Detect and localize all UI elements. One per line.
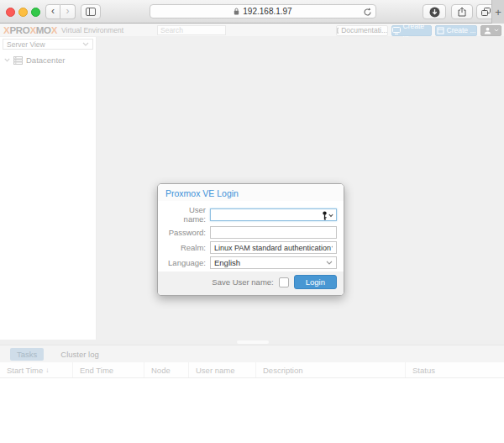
- create-ct-button[interactable]: Create ...: [435, 25, 477, 36]
- share-button[interactable]: [451, 4, 473, 19]
- login-dialog-footer: Save User name: Login: [158, 272, 344, 295]
- traffic-light-zoom[interactable]: [31, 8, 40, 17]
- splitter-handle-icon: [237, 340, 269, 344]
- realm-value: Linux PAM standard authentication: [214, 244, 331, 252]
- new-tab-button[interactable]: +: [491, 0, 504, 24]
- book-icon: [337, 27, 339, 34]
- column-header-start-time[interactable]: Start Time ↓: [0, 362, 73, 377]
- password-input[interactable]: [214, 227, 333, 238]
- login-button[interactable]: Login: [294, 275, 337, 289]
- search-input[interactable]: [157, 25, 226, 35]
- tab-cluster-log[interactable]: Cluster log: [54, 348, 105, 361]
- save-username-checkbox[interactable]: [279, 277, 289, 287]
- view-mode-label: Server View: [7, 40, 45, 49]
- chevron-down-icon: [328, 214, 333, 218]
- proxmox-logo: XPROXMOX: [3, 25, 57, 35]
- tabs-icon: [481, 8, 491, 16]
- realm-select[interactable]: Linux PAM standard authentication: [210, 241, 337, 254]
- url-text: 192.168.1.97: [243, 7, 291, 16]
- sidebar-toggle-button[interactable]: [81, 4, 101, 19]
- documentation-button[interactable]: Documentati...: [336, 25, 388, 36]
- chevron-down-icon: [82, 42, 89, 46]
- resource-tree-sidebar: Server View Datacenter: [0, 37, 97, 340]
- column-header-node[interactable]: Node: [144, 362, 189, 377]
- column-header-description[interactable]: Description: [256, 362, 406, 377]
- password-field-wrap: [210, 226, 337, 239]
- create-ct-label: Create ...: [447, 26, 476, 34]
- sidebar-icon: [86, 8, 96, 16]
- language-label: Language:: [165, 258, 210, 267]
- datacenter-icon: [13, 56, 23, 65]
- key-icon: [322, 211, 328, 220]
- sort-desc-icon: ↓: [45, 367, 49, 374]
- view-mode-select[interactable]: Server View: [3, 39, 93, 50]
- create-vm-label: Create ...: [403, 22, 431, 39]
- realm-label: Realm:: [165, 243, 210, 252]
- history-nav-group: ‹ ›: [45, 4, 76, 19]
- create-vm-button[interactable]: Create ...: [391, 25, 432, 36]
- log-panel-tabbar: Tasks Cluster log: [0, 345, 504, 362]
- back-button[interactable]: ‹: [45, 4, 60, 19]
- tree-item-datacenter[interactable]: Datacenter: [0, 55, 96, 65]
- traffic-light-minimize[interactable]: [18, 8, 28, 17]
- column-header-user-name[interactable]: User name: [189, 362, 256, 377]
- plus-icon: +: [495, 6, 501, 18]
- tree-item-label: Datacenter: [26, 55, 65, 65]
- login-form: User name: Password: Realm: Linux PAM st…: [158, 201, 344, 269]
- language-select[interactable]: English: [210, 256, 337, 269]
- address-bar[interactable]: 192.168.1.97: [150, 4, 376, 18]
- login-dialog: Proxmox VE Login User name: Password: Re…: [157, 183, 344, 296]
- column-header-status[interactable]: Status: [406, 362, 504, 377]
- forward-button[interactable]: ›: [60, 4, 76, 19]
- chevron-down-icon: [326, 261, 333, 265]
- chevron-down-icon: [331, 245, 333, 250]
- traffic-light-close[interactable]: [6, 8, 15, 17]
- tree-expander-icon[interactable]: [4, 58, 10, 62]
- cube-icon: [437, 27, 444, 34]
- lock-icon: [234, 8, 239, 15]
- downloads-button[interactable]: [423, 4, 446, 19]
- share-icon: [458, 7, 466, 17]
- column-header-end-time[interactable]: End Time: [73, 362, 144, 377]
- tab-tasks[interactable]: Tasks: [10, 348, 44, 361]
- browser-toolbar: ‹ › 192.168.1.97 +: [0, 0, 504, 24]
- password-label: Password:: [165, 228, 210, 237]
- login-dialog-title: Proxmox VE Login: [158, 184, 344, 201]
- language-value: English: [214, 258, 240, 267]
- downloads-icon: [429, 7, 440, 18]
- pve-header: XPROXMOX Virtual Environment Documentati…: [0, 24, 504, 37]
- save-username-label: Save User name:: [212, 277, 273, 287]
- reload-icon: [363, 8, 372, 17]
- user-menu-button[interactable]: [480, 25, 501, 36]
- virtual-environment-label: Virtual Environment: [61, 26, 123, 34]
- autofill-key-button[interactable]: [322, 211, 333, 220]
- log-panel: Tasks Cluster log Start Time ↓ End Time …: [0, 345, 504, 443]
- username-field-wrap: [210, 208, 337, 221]
- tasks-table-header: Start Time ↓ End Time Node User name Des…: [0, 362, 504, 378]
- username-label: User name:: [165, 205, 210, 224]
- back-icon: ‹: [51, 5, 55, 17]
- user-icon: [484, 27, 491, 34]
- reload-button[interactable]: [363, 8, 372, 18]
- username-input[interactable]: [214, 209, 333, 220]
- monitor-icon: [392, 27, 401, 34]
- chevron-down-icon: [494, 29, 499, 32]
- forward-icon: ›: [66, 5, 70, 17]
- documentation-label: Documentati...: [341, 26, 387, 34]
